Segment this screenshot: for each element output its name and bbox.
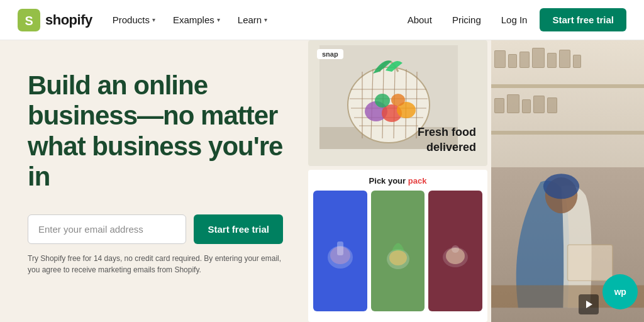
hero-title: Build an online business—no matter what … [28, 70, 283, 192]
jar [522, 99, 531, 113]
svg-point-20 [391, 94, 405, 106]
jar [494, 98, 504, 113]
image-col-left: snap Fresh food delivered Pick your pack [308, 40, 487, 322]
pack-item-maroon-icon [436, 229, 474, 273]
jar [507, 94, 519, 113]
fresh-food-card: snap Fresh food delivered [308, 40, 487, 166]
fresh-food-label: Fresh food delivered [418, 125, 476, 155]
jar [573, 55, 581, 68]
nav-item-products[interactable]: Products ▾ [105, 9, 163, 30]
logo-text: shopify [45, 12, 92, 28]
pack-item-blue-icon [321, 229, 359, 273]
svg-text:S: S [25, 14, 33, 28]
play-icon [586, 301, 592, 308]
disclaimer-text: Try Shopify free for 14 days, no credit … [28, 253, 283, 275]
chevron-down-icon: ▾ [152, 16, 155, 23]
svg-point-30 [543, 174, 579, 199]
nav-link-about[interactable]: About [400, 9, 440, 30]
pick-pack-title: Pick your pack [313, 176, 482, 186]
pack-item-blue[interactable] [313, 191, 367, 311]
nav-left-items: Products ▾ Examples ▾ Learn ▾ [105, 9, 275, 30]
svg-point-19 [375, 94, 390, 108]
main-content: Build an online business—no matter what … [0, 40, 644, 322]
chevron-down-icon: ▾ [217, 16, 220, 23]
nav-link-login[interactable]: Log In [494, 9, 535, 30]
image-col-right: wp [491, 40, 644, 322]
shelf-bar [491, 84, 644, 88]
email-input[interactable] [28, 214, 186, 244]
jar [547, 53, 557, 68]
shelf-bar [491, 131, 644, 135]
chevron-down-icon: ▾ [264, 16, 267, 23]
shelves-area [491, 40, 644, 187]
hero-left: Build an online business—no matter what … [0, 40, 308, 322]
nav-link-pricing[interactable]: Pricing [445, 9, 489, 30]
play-button[interactable] [579, 294, 599, 314]
jar [494, 50, 506, 68]
nav-right-items: About Pricing Log In Start free trial [400, 8, 626, 31]
nav-cta-button[interactable]: Start free trial [540, 8, 626, 31]
jar [559, 50, 570, 68]
jar [547, 97, 557, 113]
pick-pack-section: Pick your pack [308, 170, 487, 322]
logo-link[interactable]: S shopify [18, 9, 92, 31]
nav-item-examples[interactable]: Examples ▾ [165, 9, 228, 30]
pack-items [313, 191, 482, 311]
shopify-logo-icon: S [18, 9, 40, 31]
email-form: Start free trial [28, 214, 283, 244]
navigation: S shopify Products ▾ Examples ▾ Learn ▾ … [0, 0, 644, 40]
snap-tag: snap [317, 49, 343, 59]
jar [533, 96, 545, 113]
pack-item-maroon[interactable] [428, 191, 482, 311]
jar [532, 48, 545, 68]
jar-row-1 [494, 48, 581, 68]
wp-badge: wp [602, 274, 638, 309]
pack-item-green[interactable] [371, 191, 425, 311]
svg-point-28 [452, 245, 459, 253]
nav-item-learn[interactable]: Learn ▾ [230, 9, 275, 30]
jar [519, 52, 530, 68]
svg-point-25 [389, 250, 407, 265]
hero-right: snap Fresh food delivered Pick your pack [308, 40, 644, 322]
svg-rect-23 [337, 242, 343, 255]
pack-item-green-icon [379, 229, 417, 273]
trial-button[interactable]: Start free trial [194, 214, 283, 244]
svg-rect-31 [568, 245, 613, 280]
jar [508, 54, 517, 68]
jar-row-2 [494, 94, 557, 113]
